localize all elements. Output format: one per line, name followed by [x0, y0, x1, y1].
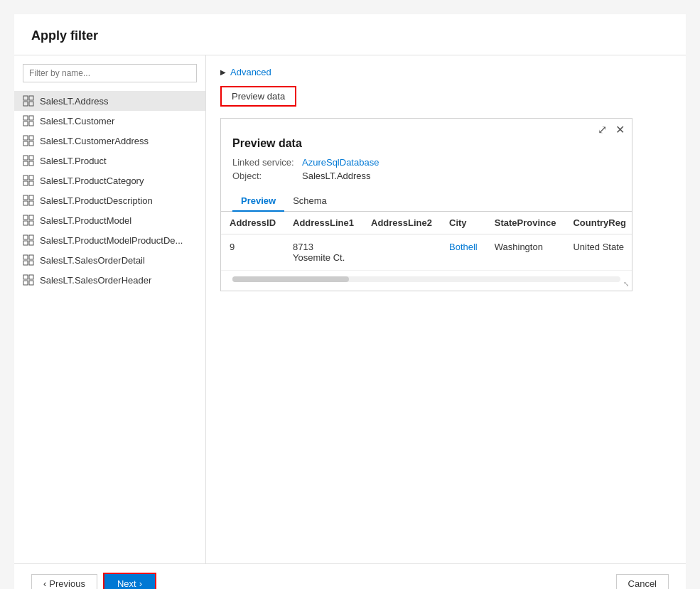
table-grid-icon: [23, 274, 34, 286]
col-countryreg: CountryReg: [564, 212, 632, 234]
sidebar-item-label: SalesLT.Product: [40, 156, 107, 166]
advanced-arrow-icon: ▶: [220, 68, 226, 76]
next-label: Next: [117, 578, 136, 589]
cell-addressid: 9: [221, 234, 284, 271]
table-header-row: AddressID AddressLine1 AddressLine2 City…: [221, 212, 632, 234]
sidebar-item-label: SalesLT.Address: [40, 96, 109, 107]
previous-button[interactable]: ‹ Previous: [31, 574, 97, 589]
advanced-row[interactable]: ▶ Advanced: [220, 67, 672, 77]
cell-countryreg: United State: [564, 234, 632, 271]
table-grid-icon: [23, 215, 34, 226]
col-addressid: AddressID: [221, 212, 284, 234]
scrollbar-indicator[interactable]: [232, 276, 620, 282]
sidebar: SalesLT.Address SalesLT.Customer: [14, 55, 206, 563]
cell-addressline1: 8713Yosemite Ct.: [284, 234, 362, 271]
tab-schema[interactable]: Schema: [284, 190, 335, 212]
svg-rect-39: [29, 281, 33, 285]
svg-rect-14: [23, 161, 28, 166]
svg-rect-23: [29, 201, 33, 205]
linked-service-value: AzureSqlDatabase: [302, 157, 379, 168]
preview-card-header: Preview data Linked service: AzureSqlDat…: [221, 137, 632, 190]
scrollbar-thumb: [232, 276, 349, 282]
cancel-button[interactable]: Cancel: [616, 574, 669, 589]
sidebar-item-label: SalesLT.SalesOrderDetail: [40, 255, 145, 266]
sidebar-item-salesorderheader[interactable]: SalesLT.SalesOrderHeader: [14, 270, 205, 290]
sidebar-item-customeraddress[interactable]: SalesLT.CustomerAddress: [14, 131, 205, 151]
sidebar-item-customer[interactable]: SalesLT.Customer: [14, 111, 205, 131]
table-row: 9 8713Yosemite Ct. Bothell Washington Un…: [221, 234, 632, 271]
preview-card: ⤢ ✕ Preview data Linked service: AzureSq…: [220, 118, 632, 291]
svg-rect-4: [23, 116, 28, 120]
svg-rect-5: [29, 116, 33, 120]
filter-input[interactable]: [23, 64, 197, 82]
preview-card-toolbar: ⤢ ✕: [221, 119, 632, 137]
sidebar-item-label: SalesLT.ProductModelProductDe...: [40, 235, 183, 246]
col-stateprovince: StateProvince: [486, 212, 565, 234]
svg-rect-19: [29, 181, 33, 185]
svg-rect-28: [23, 235, 28, 239]
svg-rect-11: [29, 141, 33, 146]
resize-handle[interactable]: ⤡: [623, 280, 629, 288]
svg-rect-21: [29, 195, 33, 200]
footer-left: ‹ Previous Next ›: [31, 573, 156, 589]
svg-rect-36: [23, 275, 28, 279]
svg-rect-15: [29, 161, 33, 166]
svg-rect-8: [23, 136, 28, 140]
preview-table: AddressID AddressLine1 AddressLine2 City…: [221, 212, 632, 271]
preview-data-btn-wrap: Preview data: [220, 86, 672, 107]
svg-rect-1: [29, 96, 33, 100]
sidebar-item-label: SalesLT.SalesOrderHeader: [40, 275, 151, 286]
sidebar-item-label: SalesLT.Customer: [40, 116, 114, 126]
sidebar-item-productmodel[interactable]: SalesLT.ProductModel: [14, 210, 205, 230]
cell-addressline2: [362, 234, 441, 271]
cell-stateprovince: Washington: [486, 234, 565, 271]
sidebar-item-productdescription[interactable]: SalesLT.ProductDescription: [14, 190, 205, 210]
object-label: Object:: [232, 171, 296, 181]
object-meta: Object: SalesLT.Address: [232, 171, 620, 181]
svg-rect-6: [23, 121, 28, 126]
next-button[interactable]: Next ›: [103, 573, 156, 589]
sidebar-item-productmodelproductde[interactable]: SalesLT.ProductModelProductDe...: [14, 230, 205, 250]
sidebar-item-productcategory[interactable]: SalesLT.ProductCategory: [14, 171, 205, 190]
next-arrow-icon: ›: [139, 578, 142, 589]
table-list: SalesLT.Address SalesLT.Customer: [14, 91, 205, 290]
svg-rect-0: [23, 96, 28, 100]
sidebar-item-product[interactable]: SalesLT.Product: [14, 151, 205, 171]
table-grid-icon: [23, 95, 34, 107]
previous-arrow-icon: ‹: [43, 578, 46, 589]
expand-button[interactable]: ⤢: [596, 123, 608, 137]
table-grid-icon: [23, 155, 34, 166]
cell-city: Bothell: [441, 234, 486, 271]
preview-data-button[interactable]: Preview data: [220, 86, 296, 107]
sidebar-item-label: SalesLT.ProductModel: [40, 215, 131, 226]
filter-input-wrap: [14, 64, 205, 91]
svg-rect-32: [23, 255, 28, 259]
previous-label: Previous: [49, 578, 85, 589]
advanced-label: Advanced: [230, 67, 271, 77]
object-value: SalesLT.Address: [302, 171, 371, 181]
close-button[interactable]: ✕: [614, 123, 626, 137]
col-addressline2: AddressLine2: [362, 212, 441, 234]
svg-rect-37: [29, 275, 33, 279]
svg-rect-20: [23, 195, 28, 200]
sidebar-item-address[interactable]: SalesLT.Address: [14, 91, 205, 111]
dialog-title: Apply filter: [14, 14, 686, 55]
table-grid-icon: [23, 234, 34, 246]
svg-rect-29: [29, 235, 33, 239]
linked-service-label: Linked service:: [232, 157, 296, 168]
tab-preview[interactable]: Preview: [232, 190, 284, 212]
sidebar-item-salesorderdetail[interactable]: SalesLT.SalesOrderDetail: [14, 250, 205, 270]
svg-rect-30: [23, 241, 28, 245]
svg-rect-7: [29, 121, 33, 126]
svg-rect-10: [23, 141, 28, 146]
svg-rect-34: [23, 261, 28, 265]
svg-rect-18: [23, 181, 28, 185]
table-grid-icon: [23, 195, 34, 206]
data-table-wrap: AddressID AddressLine1 AddressLine2 City…: [221, 212, 632, 271]
table-grid-icon: [23, 254, 34, 266]
dialog-footer: ‹ Previous Next › Cancel: [14, 564, 686, 589]
svg-rect-31: [29, 241, 33, 245]
svg-rect-16: [23, 175, 28, 180]
dialog-body: SalesLT.Address SalesLT.Customer: [14, 55, 686, 564]
tabs-row: Preview Schema: [221, 190, 632, 212]
